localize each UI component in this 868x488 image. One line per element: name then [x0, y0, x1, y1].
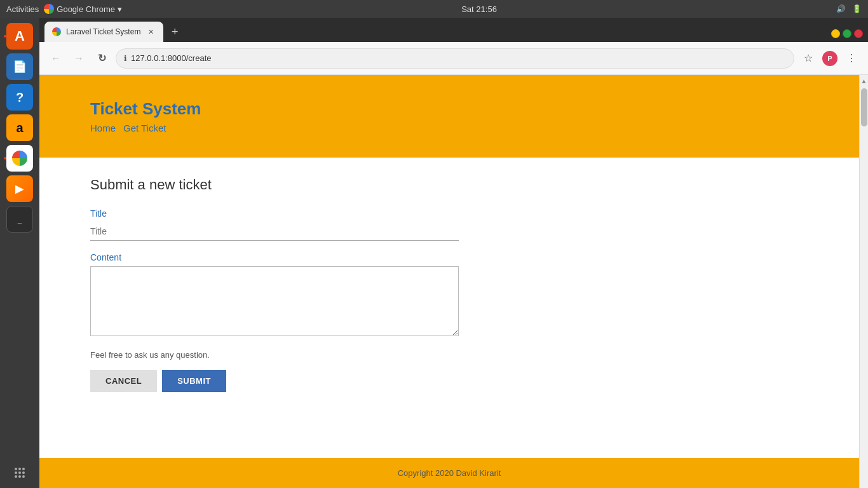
os-topbar-right: 🔊 🔋 [836, 4, 862, 13]
form-hint: Feel free to ask us any question. [90, 350, 808, 360]
site-header: Ticket System Home Get Ticket [39, 75, 859, 158]
tab-close-button[interactable]: ✕ [146, 27, 156, 37]
chrome-taskbar-label: Google Chrome [57, 4, 115, 14]
chrome-indicator[interactable]: Google Chrome ▾ [44, 4, 122, 14]
app-store-icon[interactable]: A [6, 23, 33, 50]
bookmark-icon[interactable]: ☆ [799, 50, 817, 67]
profile-avatar: P [822, 51, 837, 66]
chrome-dropdown-icon[interactable]: ▾ [118, 4, 122, 14]
os-sidebar: A 📄 ? a ▶ _ [0, 18, 39, 488]
reload-button[interactable]: ↻ [93, 50, 111, 67]
footer-text: Copyright 2020 David Kirarit [398, 468, 501, 478]
forward-button[interactable]: → [70, 50, 88, 67]
main-content: Submit a new ticket Title Content Feel f… [39, 158, 859, 458]
os-topbar-left: Activities Google Chrome ▾ [6, 4, 122, 14]
browser-tab[interactable]: Laravel Ticket System ✕ [44, 22, 163, 42]
page-content: Ticket System Home Get Ticket Submit a n… [39, 75, 859, 488]
tab-title: Laravel Ticket System [66, 27, 140, 36]
browser-content-wrapper: Ticket System Home Get Ticket Submit a n… [39, 75, 868, 488]
form-title: Submit a new ticket [90, 177, 808, 193]
address-bar: ← → ↻ ℹ 127.0.0.1:8000/create ☆ P ⋮ [39, 42, 868, 75]
nav-home[interactable]: Home [90, 123, 116, 133]
submit-button[interactable]: SUBMIT [162, 370, 226, 392]
back-button[interactable]: ← [47, 50, 65, 67]
browser-window: Laravel Ticket System ✕ + — □ ✕ ← → ↻ ℹ … [39, 18, 868, 488]
battery-icon[interactable]: 🔋 [852, 4, 862, 13]
url-text: 127.0.0.1:8000/create [131, 53, 786, 63]
lock-icon: ℹ [124, 54, 127, 63]
title-group: Title [90, 208, 808, 241]
os-topbar: Activities Google Chrome ▾ Sat 21:56 🔊 🔋 [0, 0, 868, 18]
help-icon[interactable]: ? [6, 84, 33, 111]
vlc-icon[interactable]: ▶ [6, 175, 33, 202]
os-time: Sat 21:56 [461, 4, 497, 14]
tab-favicon [52, 27, 61, 36]
tabs-bar: Laravel Ticket System ✕ + — □ ✕ [39, 18, 868, 42]
content-textarea[interactable] [90, 266, 459, 336]
apps-grid[interactable] [11, 464, 29, 482]
site-nav: Home Get Ticket [90, 123, 808, 133]
amazon-icon[interactable]: a [6, 114, 33, 141]
site-footer: Copyright 2020 David Kirarit [39, 458, 859, 488]
profile-button[interactable]: P [821, 50, 839, 67]
activities-label[interactable]: Activities [6, 4, 39, 14]
title-input[interactable] [90, 222, 459, 241]
scroll-up-arrow[interactable]: ▲ [860, 76, 868, 86]
cancel-button[interactable]: CANCEL [90, 370, 157, 392]
sound-icon[interactable]: 🔊 [836, 4, 846, 13]
maximize-button[interactable]: □ [843, 29, 851, 38]
site-title[interactable]: Ticket System [90, 99, 808, 119]
form-buttons: CANCEL SUBMIT [90, 370, 808, 392]
scrollbar[interactable]: ▲ [859, 75, 868, 488]
content-label: Content [90, 252, 808, 262]
browser-menu-button[interactable]: ⋮ [843, 50, 860, 67]
address-bar-right: ☆ P ⋮ [799, 50, 860, 67]
new-tab-button[interactable]: + [166, 23, 184, 41]
title-label: Title [90, 208, 808, 219]
nav-get-ticket[interactable]: Get Ticket [123, 123, 166, 133]
url-bar[interactable]: ℹ 127.0.0.1:8000/create [116, 48, 794, 69]
terminal-icon[interactable]: _ [6, 206, 33, 233]
files-icon[interactable]: 📄 [6, 53, 33, 80]
content-group: Content [90, 252, 808, 339]
window-controls: — □ ✕ [831, 29, 863, 38]
scrollbar-thumb[interactable] [861, 88, 867, 126]
chrome-sidebar-icon[interactable] [6, 145, 33, 172]
chrome-taskbar-icon [44, 4, 54, 14]
close-button[interactable]: ✕ [854, 29, 863, 38]
minimize-button[interactable]: — [831, 29, 840, 38]
